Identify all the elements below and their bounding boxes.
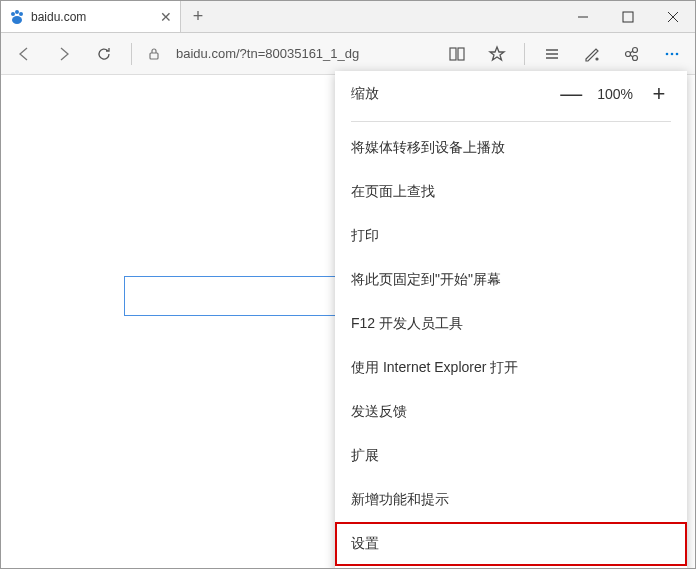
browser-tab[interactable]: baidu.com ✕	[1, 1, 181, 32]
more-menu: 缩放 — 100% + 将媒体转移到设备上播放 在页面上查找 打印 将此页固定到…	[335, 71, 687, 569]
svg-point-3	[12, 16, 22, 24]
url-text: baidu.com/?tn=80035161_1_dg	[176, 46, 359, 61]
menu-item-pin-start[interactable]: 将此页固定到"开始"屏幕	[335, 258, 687, 302]
tab-title: baidu.com	[31, 10, 154, 24]
menu-item-extensions[interactable]: 扩展	[335, 434, 687, 478]
toolbar: baidu.com/?tn=80035161_1_dg	[1, 33, 695, 75]
divider	[131, 43, 132, 65]
divider	[524, 43, 525, 65]
address-bar[interactable]: baidu.com/?tn=80035161_1_dg	[170, 39, 436, 69]
zoom-out-button[interactable]: —	[559, 81, 583, 107]
svg-rect-8	[150, 53, 158, 59]
svg-point-15	[626, 51, 631, 56]
svg-line-18	[630, 51, 633, 53]
reading-view-button[interactable]	[438, 35, 476, 73]
menu-item-settings[interactable]: 设置	[335, 522, 687, 566]
hub-button[interactable]	[533, 35, 571, 73]
share-button[interactable]	[613, 35, 651, 73]
title-bar: baidu.com ✕ +	[1, 1, 695, 33]
svg-point-1	[15, 10, 19, 14]
favorites-button[interactable]	[478, 35, 516, 73]
notes-button[interactable]	[573, 35, 611, 73]
menu-item-find[interactable]: 在页面上查找	[335, 170, 687, 214]
svg-rect-10	[458, 48, 464, 60]
zoom-in-button[interactable]: +	[647, 81, 671, 107]
svg-line-19	[630, 55, 633, 57]
menu-divider	[351, 121, 671, 122]
svg-point-22	[676, 52, 679, 55]
svg-rect-9	[450, 48, 456, 60]
menu-item-open-ie[interactable]: 使用 Internet Explorer 打开	[335, 346, 687, 390]
back-button[interactable]	[5, 35, 43, 73]
menu-item-whatsnew[interactable]: 新增功能和提示	[335, 478, 687, 522]
new-tab-button[interactable]: +	[181, 1, 215, 32]
window-controls	[560, 1, 695, 32]
svg-rect-5	[623, 12, 633, 22]
baidu-favicon-icon	[9, 9, 25, 25]
menu-item-print[interactable]: 打印	[335, 214, 687, 258]
svg-point-21	[671, 52, 674, 55]
forward-button[interactable]	[45, 35, 83, 73]
maximize-button[interactable]	[605, 1, 650, 32]
menu-item-cast[interactable]: 将媒体转移到设备上播放	[335, 126, 687, 170]
svg-point-17	[633, 55, 638, 60]
zoom-row: 缩放 — 100% +	[335, 71, 687, 117]
svg-point-14	[596, 58, 598, 60]
menu-item-devtools[interactable]: F12 开发人员工具	[335, 302, 687, 346]
zoom-value: 100%	[597, 86, 633, 102]
svg-point-2	[19, 12, 23, 16]
close-button[interactable]	[650, 1, 695, 32]
zoom-label: 缩放	[351, 85, 559, 103]
menu-item-feedback[interactable]: 发送反馈	[335, 390, 687, 434]
lock-icon[interactable]	[140, 35, 168, 73]
minimize-button[interactable]	[560, 1, 605, 32]
svg-point-16	[633, 47, 638, 52]
refresh-button[interactable]	[85, 35, 123, 73]
svg-point-20	[666, 52, 669, 55]
tab-close-icon[interactable]: ✕	[160, 9, 172, 25]
more-button[interactable]	[653, 35, 691, 73]
svg-point-0	[11, 12, 15, 16]
